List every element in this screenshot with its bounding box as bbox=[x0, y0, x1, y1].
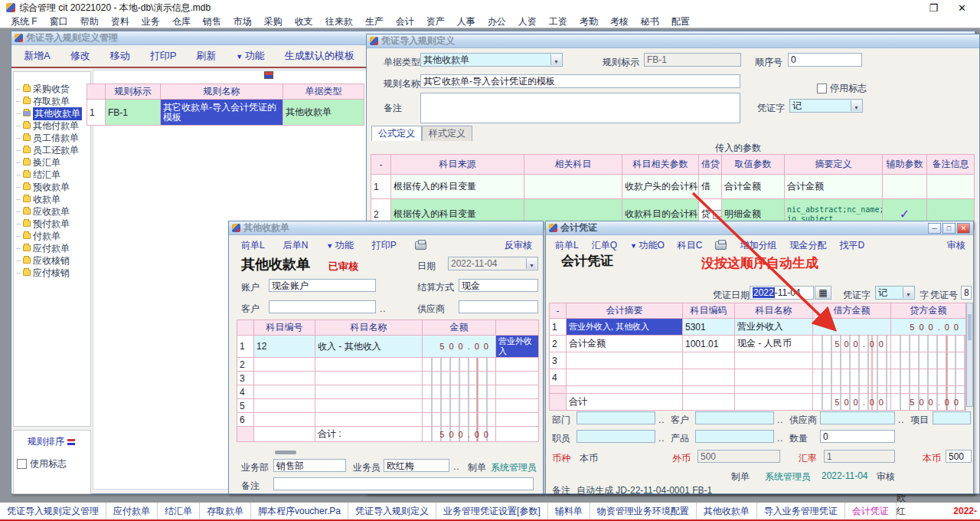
menu-business[interactable]: 业务 bbox=[136, 15, 166, 28]
supplier-browse-button[interactable] bbox=[898, 415, 905, 425]
add-group-button[interactable]: 增加分组 bbox=[740, 239, 776, 252]
customer-field[interactable] bbox=[269, 300, 376, 313]
amount-cell[interactable] bbox=[423, 358, 496, 372]
amount-cell[interactable] bbox=[423, 399, 496, 413]
subject-name-cell[interactable] bbox=[315, 372, 423, 385]
subject-name-cell[interactable] bbox=[315, 358, 423, 372]
move-button[interactable]: 移动 bbox=[110, 49, 130, 63]
function-button[interactable]: 功能O bbox=[630, 239, 665, 252]
chevron-down-icon[interactable] bbox=[526, 258, 537, 269]
seq-field[interactable]: 0 bbox=[788, 53, 862, 67]
clerk-browse-button[interactable] bbox=[453, 461, 460, 472]
date-combo[interactable]: 2022-11-04 bbox=[448, 257, 538, 270]
tree-item[interactable]: 其他付款单 bbox=[14, 120, 90, 132]
row-number[interactable]: 6 bbox=[237, 413, 254, 427]
chevron-down-icon[interactable] bbox=[550, 54, 561, 65]
param-cell[interactable]: 收款户头的会计科目 bbox=[622, 175, 699, 199]
rule-sort-button[interactable]: 规则排序 bbox=[17, 435, 87, 448]
menu-accounting[interactable]: 会计 bbox=[390, 15, 420, 28]
dc-cell[interactable]: 借 bbox=[699, 175, 722, 199]
tree-item[interactable]: 员工借款单 bbox=[14, 132, 90, 144]
subject-button[interactable]: 科目C bbox=[678, 239, 703, 252]
debit-cell[interactable]: 500.00 bbox=[813, 336, 891, 352]
settle-field[interactable]: 现金 bbox=[459, 279, 538, 292]
tab-style[interactable]: 样式定义 bbox=[422, 126, 472, 141]
tree-item[interactable]: 结汇单 bbox=[14, 169, 90, 181]
row-number[interactable]: 5 bbox=[237, 399, 254, 413]
task-settlement[interactable]: 结汇单 bbox=[158, 503, 200, 519]
related-cell[interactable] bbox=[524, 175, 622, 199]
rule-name-cell-selected[interactable]: 其它收款单-导入会计凭证的模板 bbox=[161, 100, 283, 126]
extra-cell[interactable] bbox=[496, 413, 539, 427]
tree-item[interactable]: 预付款单 bbox=[14, 218, 90, 230]
summary-cell[interactable] bbox=[567, 369, 683, 386]
customer-browse-button[interactable] bbox=[380, 303, 387, 314]
vertical-scrollbar[interactable] bbox=[966, 303, 973, 407]
tree-item[interactable]: 应付核销 bbox=[14, 267, 90, 279]
amount-cell[interactable] bbox=[423, 372, 496, 385]
menu-purchase[interactable]: 采购 bbox=[258, 15, 289, 28]
debit-cell[interactable] bbox=[813, 369, 891, 386]
rule-id-cell[interactable]: FB-1 bbox=[106, 100, 161, 126]
extra-cell[interactable] bbox=[496, 372, 539, 385]
tree-item[interactable]: 应收核销 bbox=[14, 254, 90, 267]
summary-cell[interactable] bbox=[567, 352, 683, 369]
menu-system[interactable]: 系统 F bbox=[5, 15, 44, 28]
note-field[interactable] bbox=[273, 477, 534, 490]
refresh-button[interactable]: 刷新 bbox=[196, 49, 216, 63]
printer-icon[interactable] bbox=[715, 241, 727, 250]
debit-cell[interactable] bbox=[813, 319, 891, 336]
supplier-field[interactable] bbox=[459, 300, 538, 313]
prev-button[interactable]: 前单L bbox=[241, 239, 265, 252]
subject-code-cell[interactable] bbox=[254, 413, 315, 427]
tree-item[interactable]: 换汇单 bbox=[14, 156, 90, 169]
subject-name-cell[interactable]: 收入 - 其他收入 bbox=[315, 336, 423, 358]
local-field[interactable]: 500 bbox=[946, 450, 972, 463]
qty-field[interactable]: 0 bbox=[820, 430, 895, 443]
staff-field[interactable] bbox=[577, 430, 655, 443]
tree-item[interactable]: 存取款单 bbox=[14, 95, 90, 107]
audit-button[interactable]: 审核 bbox=[947, 239, 973, 252]
voucher-date-field[interactable]: 2022-11-04 bbox=[750, 286, 814, 300]
debit-cell[interactable] bbox=[813, 352, 891, 369]
row-number[interactable]: 3 bbox=[237, 372, 254, 385]
subject-name-cell[interactable] bbox=[315, 385, 423, 399]
subject-name-cell[interactable]: 营业外收入 bbox=[735, 319, 813, 336]
row-number[interactable]: 3 bbox=[550, 352, 567, 369]
summary-cell[interactable]: 合计金额 bbox=[785, 175, 883, 199]
dept-browse-button[interactable] bbox=[658, 415, 665, 425]
menu-secretary[interactable]: 秘书 bbox=[635, 15, 665, 28]
row-number[interactable]: 1 bbox=[87, 100, 106, 126]
task-rule-editor[interactable]: 凭证导入规则定义 bbox=[348, 503, 436, 519]
ellipsis-button[interactable]: … bbox=[713, 210, 721, 219]
row-number[interactable]: 4 bbox=[550, 369, 567, 386]
info-cell[interactable] bbox=[927, 175, 975, 199]
customer-field[interactable] bbox=[695, 411, 774, 424]
value-cell[interactable]: 合计金额 bbox=[722, 175, 785, 199]
subject-code-cell[interactable]: 1001.01 bbox=[683, 336, 735, 352]
extra-cell[interactable] bbox=[496, 399, 539, 413]
tree-item[interactable]: 员工还款单 bbox=[14, 144, 90, 156]
subject-code-cell[interactable] bbox=[683, 369, 735, 386]
doc-type-combo[interactable]: 其他收款单 bbox=[420, 53, 563, 67]
use-flag-checkbox[interactable]: 使用标志 bbox=[17, 457, 87, 470]
modify-button[interactable]: 修改 bbox=[70, 49, 90, 63]
task-import-voucher[interactable]: 导入业务管理凭证 bbox=[757, 503, 845, 519]
menu-hr2[interactable]: 人资 bbox=[512, 15, 543, 28]
aux-cell[interactable] bbox=[883, 175, 927, 199]
task-voucher-active[interactable]: 会计凭证 bbox=[845, 503, 897, 519]
tab-formula[interactable]: 公式定义 bbox=[371, 126, 422, 141]
rule-id-field[interactable]: FB-1 bbox=[644, 53, 741, 67]
minimize-icon[interactable]: ─ bbox=[928, 223, 941, 234]
menu-receivable[interactable]: 往来款 bbox=[319, 15, 359, 28]
cash-alloc-button[interactable]: 现金分配 bbox=[789, 239, 826, 252]
task-receipt[interactable]: 其他收款单 bbox=[697, 503, 757, 519]
rule-name-field[interactable]: 其它收款单-导入会计凭证的模板 bbox=[420, 74, 740, 88]
function-button[interactable]: 功能 bbox=[236, 49, 264, 63]
menu-help[interactable]: 帮助 bbox=[74, 15, 105, 28]
voucher-word-combo[interactable]: 记 bbox=[789, 99, 863, 113]
source-cell[interactable]: 根据传入的科目变量 bbox=[391, 175, 524, 199]
note-field[interactable] bbox=[420, 93, 740, 123]
subject-code-cell[interactable] bbox=[254, 385, 315, 399]
menu-payment[interactable]: 收支 bbox=[289, 15, 319, 28]
